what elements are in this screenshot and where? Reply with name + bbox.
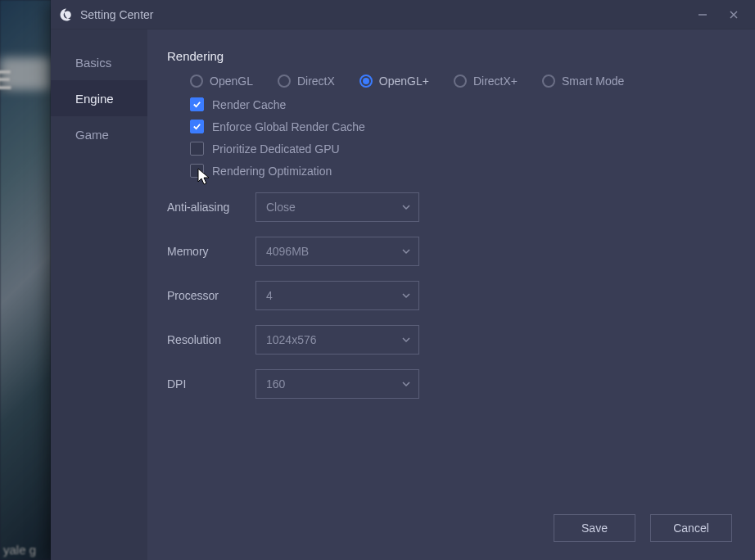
radio-label: OpenGL xyxy=(210,75,253,88)
sidebar-item-label: Engine xyxy=(75,92,114,106)
resolution-label: Resolution xyxy=(167,333,255,346)
checkbox-icon xyxy=(190,120,204,133)
background-game-strip: E yale g xyxy=(0,0,51,560)
window-title: Setting Center xyxy=(80,8,694,21)
radio-icon xyxy=(359,75,373,88)
checkbox-icon xyxy=(190,142,204,156)
checkbox-label: Enforce Global Render Cache xyxy=(212,120,365,133)
radio-smart-mode[interactable]: Smart Mode xyxy=(542,75,624,88)
radio-label: OpenGL+ xyxy=(379,75,429,88)
processor-dropdown[interactable]: 4 xyxy=(255,281,419,310)
radio-icon xyxy=(542,75,555,88)
content-panel: Rendering OpenGL DirectX OpenGL+ DirectX… xyxy=(147,29,755,560)
memory-label: Memory xyxy=(167,245,255,258)
save-button-label: Save xyxy=(581,522,608,535)
radio-label: DirectX+ xyxy=(473,75,518,88)
radio-directx[interactable]: DirectX xyxy=(278,75,335,88)
chevron-down-icon xyxy=(402,377,410,391)
dropdown-value: 160 xyxy=(266,377,285,391)
rendering-checkboxes: Render Cache Enforce Global Render Cache… xyxy=(190,97,732,178)
background-title-fragment: E xyxy=(0,64,14,96)
rendering-mode-radio-group: OpenGL DirectX OpenGL+ DirectX+ Smart Mo… xyxy=(190,75,732,88)
footer-buttons: Save Cancel xyxy=(554,514,732,542)
check-enforce-global-render-cache[interactable]: Enforce Global Render Cache xyxy=(190,120,732,133)
radio-opengl-plus[interactable]: OpenGL+ xyxy=(359,75,429,88)
dpi-dropdown[interactable]: 160 xyxy=(255,369,419,399)
settings-window: Setting Center Basics Engine Game Render… xyxy=(51,0,755,560)
check-prioritize-dedicated-gpu[interactable]: Prioritize Dedicated GPU xyxy=(190,142,732,156)
dropdown-value: 4 xyxy=(266,289,273,302)
checkbox-label: Rendering Optimization xyxy=(212,165,332,178)
chevron-down-icon xyxy=(402,245,410,258)
chevron-down-icon xyxy=(402,289,410,302)
save-button[interactable]: Save xyxy=(554,514,635,542)
close-button[interactable] xyxy=(726,7,742,23)
checkbox-icon xyxy=(190,97,204,111)
sidebar-item-basics[interactable]: Basics xyxy=(51,44,147,80)
titlebar: Setting Center xyxy=(51,0,755,29)
chevron-down-icon xyxy=(402,201,410,214)
cancel-button-label: Cancel xyxy=(673,522,709,535)
cancel-button[interactable]: Cancel xyxy=(650,514,732,542)
radio-icon xyxy=(278,75,291,88)
checkbox-label: Render Cache xyxy=(212,98,286,111)
radio-label: Smart Mode xyxy=(562,75,624,88)
checkbox-icon xyxy=(190,164,204,178)
minimize-button[interactable] xyxy=(694,7,711,23)
check-render-cache[interactable]: Render Cache xyxy=(190,97,732,111)
anti-aliasing-label: Anti-aliasing xyxy=(167,201,255,214)
dpi-label: DPI xyxy=(167,377,255,391)
background-caption-fragment: yale g xyxy=(3,543,36,557)
anti-aliasing-dropdown[interactable]: Close xyxy=(255,192,419,222)
sidebar-item-engine[interactable]: Engine xyxy=(51,80,147,116)
chevron-down-icon xyxy=(402,333,410,346)
radio-directx-plus[interactable]: DirectX+ xyxy=(454,75,518,88)
dropdown-value: 4096MB xyxy=(266,245,309,258)
radio-icon xyxy=(454,75,467,88)
radio-icon xyxy=(190,75,203,88)
rendering-section-title: Rendering xyxy=(167,49,732,63)
radio-label: DirectX xyxy=(297,75,335,88)
memory-dropdown[interactable]: 4096MB xyxy=(255,237,419,266)
engine-form: Anti-aliasing Close Memory 4096MB Proces… xyxy=(167,192,732,399)
checkbox-label: Prioritize Dedicated GPU xyxy=(212,142,340,156)
dropdown-value: 1024x576 xyxy=(266,333,317,346)
app-logo-icon xyxy=(59,7,74,22)
sidebar-item-label: Basics xyxy=(75,56,111,70)
processor-label: Processor xyxy=(167,289,255,302)
radio-opengl[interactable]: OpenGL xyxy=(190,75,253,88)
check-rendering-optimization[interactable]: Rendering Optimization xyxy=(190,164,732,178)
resolution-dropdown[interactable]: 1024x576 xyxy=(255,325,419,355)
sidebar-item-game[interactable]: Game xyxy=(51,116,147,152)
dropdown-value: Close xyxy=(266,201,296,214)
sidebar: Basics Engine Game xyxy=(51,29,147,560)
sidebar-item-label: Game xyxy=(75,128,109,142)
